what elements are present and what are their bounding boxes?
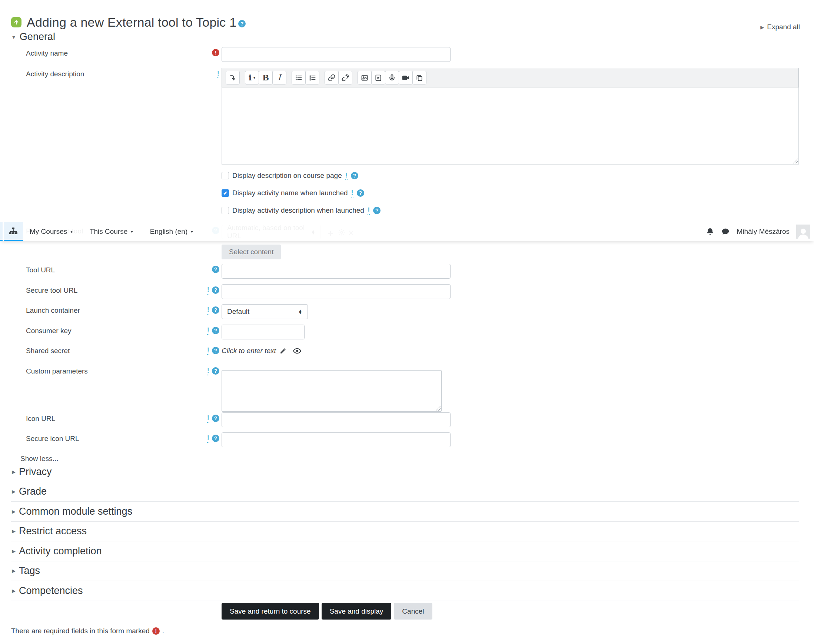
eye-icon[interactable] — [293, 348, 301, 354]
info-icon[interactable]: ! — [345, 172, 348, 180]
info-icon[interactable]: ! — [368, 206, 370, 215]
help-icon[interactable]: ? — [212, 415, 219, 422]
nav-menu-language[interactable]: English (en) ▾ — [150, 227, 193, 236]
cancel-button[interactable]: Cancel — [394, 603, 432, 619]
edit-pencil-icon[interactable] — [280, 348, 287, 354]
help-icon[interactable]: ? — [238, 20, 246, 28]
resize-handle[interactable] — [436, 406, 440, 411]
info-icon[interactable]: ! — [207, 327, 209, 335]
checkbox[interactable]: ✔ — [222, 189, 229, 197]
launch-container-label: Launch container — [26, 307, 80, 314]
help-icon[interactable]: ? — [212, 327, 219, 334]
shared-secret-value[interactable]: Click to enter text — [222, 347, 276, 355]
nav-menu-this-course[interactable]: This Course ▾ — [90, 227, 133, 236]
consumer-key-label: Consumer key — [26, 327, 72, 335]
shared-secret-label: Shared secret — [26, 347, 70, 355]
bold-icon[interactable]: B — [259, 71, 273, 84]
italic-icon[interactable]: I — [272, 71, 287, 84]
sitemap-icon[interactable] — [4, 222, 23, 241]
consumer-key-input[interactable] — [222, 325, 305, 339]
required-icon[interactable]: ! — [212, 49, 219, 56]
save-and-display-button[interactable]: Save and display — [322, 603, 392, 619]
messages-icon[interactable] — [721, 227, 730, 236]
info-icon[interactable]: ! — [207, 347, 209, 355]
ordered-list-icon[interactable] — [305, 71, 319, 84]
info-icon[interactable]: ! — [207, 414, 209, 423]
icon-url-input[interactable] — [222, 412, 451, 427]
secure-tool-url-label: Secure tool URL — [26, 287, 77, 294]
editor-textarea[interactable] — [222, 87, 799, 164]
collapsed-sections: ▶Privacy ▶Grade ▶Common module settings … — [11, 462, 799, 601]
checkbox[interactable]: ✔ — [222, 172, 229, 179]
nav-menu-label: My Courses — [30, 227, 67, 236]
avatar[interactable] — [796, 225, 810, 239]
unlink-icon[interactable] — [338, 71, 353, 84]
nav-tab-partial[interactable] — [0, 222, 3, 241]
select-content-button[interactable]: Select content — [222, 245, 281, 259]
section-activity-completion[interactable]: ▶Activity completion — [11, 541, 799, 561]
chevron-down-icon: ▾ — [71, 229, 73, 234]
section-label: Activity completion — [19, 546, 102, 557]
toolbar-toggle-icon[interactable] — [225, 71, 240, 84]
record-video-icon[interactable] — [399, 71, 413, 84]
help-icon[interactable]: ? — [212, 266, 219, 273]
manage-files-icon[interactable] — [412, 71, 426, 84]
section-general-label: General — [20, 31, 55, 43]
checkbox-row-display-activity-description: ✔ Display activity description when laun… — [222, 206, 380, 215]
info-icon[interactable]: ! — [207, 286, 209, 294]
expand-all-link[interactable]: ▶ Expand all — [760, 23, 800, 31]
section-tags[interactable]: ▶Tags — [11, 561, 799, 581]
info-icon[interactable]: ! — [351, 189, 353, 198]
notifications-bell-icon[interactable] — [706, 227, 714, 236]
help-icon[interactable]: ? — [212, 367, 219, 375]
checkbox-row-display-activity-name: ✔ Display activity name when launched ! … — [222, 189, 364, 198]
tool-url-input[interactable] — [222, 264, 451, 279]
custom-parameters-textarea[interactable] — [222, 370, 441, 412]
user-name[interactable]: Mihály Mészáros — [737, 227, 789, 236]
triangle-right-icon: ▶ — [12, 548, 15, 554]
help-icon[interactable]: ? — [212, 347, 219, 354]
checkbox-label: Display activity description when launch… — [232, 206, 364, 215]
secure-icon-url-input[interactable] — [222, 432, 451, 447]
checkbox[interactable]: ✔ — [222, 207, 229, 214]
text-style-icon[interactable]: i▾ — [245, 71, 259, 84]
help-icon[interactable]: ? — [373, 207, 380, 214]
help-icon[interactable]: ? — [212, 435, 219, 442]
navbar: My Courses ▾ This Course ▾ English (en) … — [0, 222, 814, 241]
record-audio-icon[interactable] — [385, 71, 399, 84]
secure-tool-url-input[interactable] — [222, 284, 451, 299]
section-grade[interactable]: ▶Grade — [11, 482, 799, 502]
info-icon[interactable]: ! — [207, 434, 209, 443]
form-actions: Save and return to course Save and displ… — [222, 603, 432, 619]
help-icon[interactable]: ? — [357, 189, 364, 197]
nav-menu-my-courses[interactable]: My Courses ▾ — [30, 227, 73, 236]
save-and-return-button[interactable]: Save and return to course — [222, 603, 319, 619]
help-icon[interactable]: ? — [351, 172, 358, 179]
chevron-down-icon: ▾ — [131, 229, 133, 234]
insert-media-icon[interactable] — [371, 71, 385, 84]
launch-container-value: Default — [227, 308, 249, 316]
resize-handle[interactable] — [793, 159, 798, 163]
unordered-list-icon[interactable] — [291, 71, 306, 84]
section-privacy[interactable]: ▶Privacy — [11, 462, 799, 482]
info-icon[interactable]: ! — [207, 367, 209, 376]
info-icon[interactable]: ! — [217, 70, 219, 78]
page-title: Adding a new External tool to Topic 1 — [27, 15, 236, 30]
required-note-text: There are required fields in this form m… — [11, 627, 150, 635]
help-icon[interactable]: ? — [212, 307, 219, 314]
section-general[interactable]: ▼ General — [11, 31, 55, 43]
info-icon[interactable]: ! — [207, 306, 209, 314]
triangle-right-icon: ▶ — [12, 469, 15, 475]
link-icon[interactable] — [325, 71, 339, 84]
section-restrict-access[interactable]: ▶Restrict access — [11, 522, 799, 542]
help-icon[interactable]: ? — [212, 287, 219, 294]
insert-image-icon[interactable] — [357, 71, 372, 84]
activity-name-input[interactable] — [222, 47, 451, 62]
section-common-module-settings[interactable]: ▶Common module settings — [11, 502, 799, 522]
tool-url-label: Tool URL — [26, 266, 55, 274]
launch-container-select[interactable]: Default ▲▼ — [222, 304, 308, 319]
triangle-right-icon: ▶ — [12, 509, 15, 514]
section-competencies[interactable]: ▶Competencies — [11, 581, 799, 601]
section-label: Privacy — [19, 466, 52, 478]
section-label: Common module settings — [19, 506, 132, 517]
